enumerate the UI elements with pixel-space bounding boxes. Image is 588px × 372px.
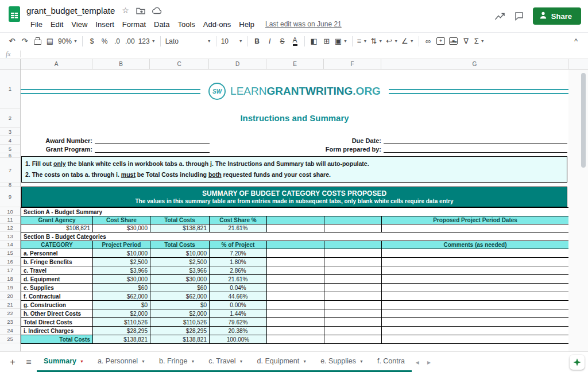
font-size-select[interactable]: 10▼ bbox=[219, 35, 245, 48]
form-prepared-field[interactable] bbox=[384, 145, 567, 153]
decimal-decrease-button[interactable]: .0 bbox=[111, 35, 123, 48]
cell[interactable]: 1.44% bbox=[210, 309, 267, 318]
decimal-increase-button[interactable]: .00 bbox=[123, 35, 137, 48]
menu-file[interactable]: File bbox=[26, 18, 47, 30]
row-header[interactable]: 21 bbox=[0, 300, 20, 309]
menu-view[interactable]: View bbox=[67, 18, 91, 30]
tab-summary[interactable]: Summary▼ bbox=[37, 352, 91, 372]
cell[interactable]: $110,526 bbox=[150, 318, 210, 327]
cell[interactable] bbox=[324, 327, 382, 335]
row-header[interactable]: 23 bbox=[0, 317, 20, 326]
print-button[interactable] bbox=[31, 35, 44, 48]
column-header-b[interactable]: B bbox=[92, 59, 150, 69]
cell[interactable] bbox=[267, 301, 324, 309]
cell[interactable]: $30,000 bbox=[93, 275, 150, 284]
cell[interactable]: 21.61% bbox=[210, 275, 267, 284]
row-header[interactable]: 22 bbox=[0, 309, 20, 317]
cell[interactable]: $30,000 bbox=[93, 224, 150, 232]
cell[interactable] bbox=[267, 266, 324, 275]
cell[interactable]: h. Other Direct Costs bbox=[21, 309, 93, 318]
row-header[interactable]: 25 bbox=[0, 335, 20, 343]
cell[interactable]: $2,500 bbox=[93, 258, 150, 266]
column-header-cell[interactable]: Cost Share bbox=[93, 216, 150, 224]
all-sheets-button[interactable]: ≡ bbox=[21, 354, 37, 370]
vertical-scrollbar[interactable] bbox=[581, 73, 586, 168]
cell[interactable] bbox=[324, 318, 382, 327]
text-color-button[interactable]: A bbox=[289, 35, 301, 48]
tab-a-personnel[interactable]: a. Personnel▼ bbox=[91, 352, 152, 372]
tab-f-contractual[interactable]: f. Contra bbox=[370, 352, 412, 372]
cell[interactable] bbox=[267, 249, 324, 258]
column-header-f[interactable]: F bbox=[324, 59, 381, 69]
menu-format[interactable]: Format bbox=[118, 18, 150, 30]
row-header[interactable]: 24 bbox=[0, 326, 20, 335]
cell[interactable] bbox=[324, 292, 382, 301]
column-header-cell[interactable]: % of Project bbox=[210, 241, 267, 249]
move-folder-icon[interactable] bbox=[136, 7, 145, 14]
row-header[interactable]: 19 bbox=[0, 283, 20, 292]
merge-cells-button[interactable]: ▣▼ bbox=[333, 35, 349, 48]
cell[interactable]: d. Equipment bbox=[21, 275, 93, 284]
cell[interactable] bbox=[324, 258, 382, 266]
cell[interactable] bbox=[382, 258, 569, 266]
tab-d-equipment[interactable]: d. Equipment▼ bbox=[250, 352, 314, 372]
menu-tools[interactable]: Tools bbox=[173, 18, 199, 30]
cell[interactable] bbox=[382, 292, 569, 301]
cell[interactable] bbox=[382, 301, 569, 309]
row-header[interactable]: 7 bbox=[0, 158, 20, 183]
row-header[interactable]: 20 bbox=[0, 292, 20, 300]
cell[interactable]: $2,000 bbox=[150, 309, 210, 318]
zoom-select[interactable]: 90%▼ bbox=[56, 35, 79, 48]
cell[interactable]: $62,000 bbox=[150, 292, 210, 301]
column-header-c[interactable]: C bbox=[150, 59, 209, 69]
cell[interactable]: $3,966 bbox=[150, 266, 210, 275]
cell[interactable]: Total Costs bbox=[21, 335, 93, 344]
column-header-cell[interactable]: Grant Agency bbox=[21, 216, 93, 224]
section-a-title[interactable]: Section A - Budget Summary bbox=[21, 208, 569, 216]
cell[interactable]: 0.00% bbox=[210, 301, 267, 309]
cell[interactable] bbox=[382, 335, 569, 344]
collapse-toolbar-button[interactable]: ^ bbox=[570, 35, 582, 48]
cell[interactable] bbox=[324, 224, 382, 232]
row-header[interactable]: 10 bbox=[0, 207, 20, 216]
column-header-cell[interactable]: Proposed Project Period Dates bbox=[382, 216, 569, 224]
last-edit-link[interactable]: Last edit was on June 21 bbox=[265, 20, 342, 28]
paint-format-button[interactable]: ▤ bbox=[44, 35, 56, 48]
menu-edit[interactable]: Edit bbox=[47, 18, 67, 30]
cell[interactable] bbox=[382, 275, 569, 284]
formula-input[interactable] bbox=[21, 49, 588, 59]
sheets-app-icon[interactable] bbox=[8, 6, 21, 25]
row-header[interactable]: 13 bbox=[0, 232, 20, 241]
menu-insert[interactable]: Insert bbox=[91, 18, 118, 30]
row-header[interactable]: 4 bbox=[0, 136, 20, 145]
cell[interactable] bbox=[267, 224, 324, 232]
cell[interactable] bbox=[267, 309, 324, 318]
column-header-cell[interactable] bbox=[324, 241, 382, 249]
column-header-cell[interactable] bbox=[324, 216, 382, 224]
row-header[interactable]: 11 bbox=[0, 216, 20, 224]
sheet-canvas[interactable]: SW LEARNGRANTWRITING.ORG Instructions an… bbox=[21, 69, 568, 351]
cell[interactable] bbox=[267, 327, 324, 335]
activity-icon[interactable] bbox=[494, 12, 505, 21]
column-header-cell[interactable]: Total Costs bbox=[150, 241, 210, 249]
cell[interactable]: $10,000 bbox=[93, 249, 150, 258]
cell[interactable]: $28,295 bbox=[150, 327, 210, 335]
cell[interactable] bbox=[382, 224, 569, 232]
cell[interactable]: 100.00% bbox=[210, 335, 267, 344]
cell[interactable] bbox=[324, 249, 382, 258]
fill-color-button[interactable]: ◧ bbox=[308, 35, 320, 48]
row-header[interactable]: 14 bbox=[0, 241, 20, 249]
cell[interactable]: $2,500 bbox=[150, 258, 210, 266]
cell[interactable]: 79.62% bbox=[210, 318, 267, 327]
explore-button[interactable] bbox=[570, 355, 585, 370]
column-header-e[interactable]: E bbox=[266, 59, 324, 69]
text-rotation-button[interactable]: ∠▼ bbox=[400, 35, 416, 48]
cell[interactable]: i. Indirect Charges bbox=[21, 327, 93, 335]
column-header-cell[interactable]: CATEGORY bbox=[21, 241, 93, 249]
horizontal-align-button[interactable]: ≡▼ bbox=[355, 35, 369, 48]
insert-link-button[interactable]: ∞ bbox=[422, 35, 435, 48]
cell[interactable]: $10,000 bbox=[150, 249, 210, 258]
cell[interactable]: $138,821 bbox=[150, 224, 210, 232]
row-header[interactable]: 3 bbox=[0, 128, 20, 136]
tab-b-fringe[interactable]: b. Fringe▼ bbox=[152, 352, 202, 372]
